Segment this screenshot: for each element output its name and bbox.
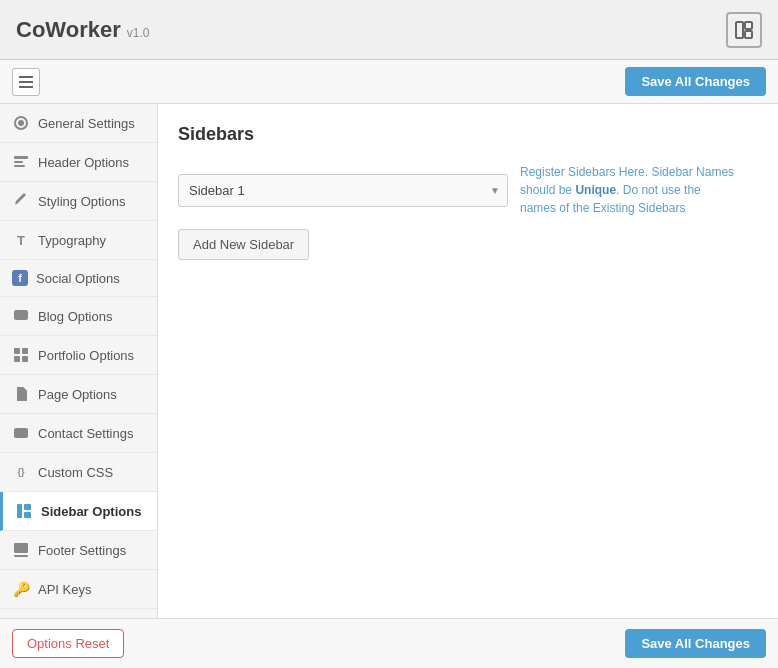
svg-rect-18 <box>14 543 28 553</box>
svg-rect-13 <box>22 356 28 362</box>
svg-rect-7 <box>14 161 23 163</box>
sidebar-item-portfolio-options[interactable]: Portfolio Options <box>0 336 157 375</box>
api-keys-icon: 🔑 <box>12 580 30 598</box>
sidebar-item-general-settings[interactable]: General Settings <box>0 104 157 143</box>
sidebar-select-wrapper: Sidebar 1 ▼ <box>178 174 508 207</box>
svg-rect-11 <box>22 348 28 354</box>
svg-rect-16 <box>24 504 31 510</box>
styling-options-icon <box>12 192 30 210</box>
contact-settings-icon <box>12 424 30 442</box>
sidebar-item-label-page-options: Page Options <box>38 387 145 402</box>
menu-toggle-button[interactable] <box>12 68 40 96</box>
sidebar-item-label-sidebar-options: Sidebar Options <box>41 504 145 519</box>
footer-settings-icon <box>12 541 30 559</box>
save-all-changes-button-top[interactable]: Save All Changes <box>625 67 766 96</box>
svg-rect-12 <box>14 356 20 362</box>
sidebar-select[interactable]: Sidebar 1 <box>178 174 508 207</box>
footer-bar: Options Reset Save All Changes <box>0 618 778 668</box>
help-text: Register Sidebars Here. Sidebar Names sh… <box>520 163 740 217</box>
social-options-icon: f <box>12 270 28 286</box>
sidebar-nav: General Settings Header Options Styling … <box>0 104 158 618</box>
svg-rect-17 <box>24 512 31 518</box>
svg-rect-4 <box>19 81 33 83</box>
svg-rect-1 <box>745 22 752 29</box>
sidebar-item-label-portfolio-options: Portfolio Options <box>38 348 145 363</box>
sidebar-item-social-options[interactable]: f Social Options <box>0 260 157 297</box>
page-options-icon <box>12 385 30 403</box>
sidebar-select-row: Sidebar 1 ▼ Register Sidebars Here. Side… <box>178 163 758 217</box>
sidebar-item-label-api-keys: API Keys <box>38 582 145 597</box>
options-reset-button[interactable]: Options Reset <box>12 629 124 658</box>
svg-rect-8 <box>14 165 25 167</box>
sidebar-item-label-contact-settings: Contact Settings <box>38 426 145 441</box>
sidebar-item-label-custom-css: Custom CSS <box>38 465 145 480</box>
sidebar-item-label-blog-options: Blog Options <box>38 309 145 324</box>
app-icon <box>726 12 762 48</box>
sidebar-item-label-typography: Typography <box>38 233 145 248</box>
svg-rect-3 <box>19 76 33 78</box>
svg-rect-5 <box>19 86 33 88</box>
typography-icon: T <box>12 231 30 249</box>
sidebar-item-api-keys[interactable]: 🔑 API Keys <box>0 570 157 609</box>
svg-rect-15 <box>17 504 22 518</box>
svg-rect-19 <box>14 555 28 557</box>
page-title: Sidebars <box>178 124 758 145</box>
custom-css-icon: {} <box>12 463 30 481</box>
sidebar-item-sidebar-options[interactable]: Sidebar Options <box>0 492 157 531</box>
svg-rect-10 <box>14 348 20 354</box>
portfolio-options-icon <box>12 346 30 364</box>
svg-rect-0 <box>736 22 743 38</box>
sidebar-item-header-options[interactable]: Header Options <box>0 143 157 182</box>
main-layout: General Settings Header Options Styling … <box>0 104 778 618</box>
add-new-sidebar-button[interactable]: Add New Sidebar <box>178 229 309 260</box>
sidebar-item-label-general-settings: General Settings <box>38 116 145 131</box>
app-version: v1.0 <box>127 26 150 40</box>
sidebar-item-backup-options[interactable]: Backup Options <box>0 609 157 618</box>
sidebar-options-icon <box>15 502 33 520</box>
sidebar-item-footer-settings[interactable]: Footer Settings <box>0 531 157 570</box>
app-name: CoWorker <box>16 17 121 42</box>
sidebar-item-page-options[interactable]: Page Options <box>0 375 157 414</box>
header-options-icon <box>12 153 30 171</box>
sidebar-item-contact-settings[interactable]: Contact Settings <box>0 414 157 453</box>
help-text-bold: Unique <box>575 183 616 197</box>
toolbar: Save All Changes <box>0 60 778 104</box>
sidebar-item-blog-options[interactable]: Blog Options <box>0 297 157 336</box>
sidebar-item-label-social-options: Social Options <box>36 271 145 286</box>
sidebar-item-label-styling-options: Styling Options <box>38 194 145 209</box>
blog-options-icon <box>12 307 30 325</box>
sidebar-item-typography[interactable]: T Typography <box>0 221 157 260</box>
svg-rect-9 <box>14 310 28 320</box>
sidebar-item-label-header-options: Header Options <box>38 155 145 170</box>
sidebar-item-label-footer-settings: Footer Settings <box>38 543 145 558</box>
svg-rect-2 <box>745 31 752 38</box>
general-settings-icon <box>12 114 30 132</box>
svg-rect-6 <box>14 156 28 159</box>
sidebar-item-styling-options[interactable]: Styling Options <box>0 182 157 221</box>
app-header: CoWorker v1.0 <box>0 0 778 60</box>
content-area: Sidebars Sidebar 1 ▼ Register Sidebars H… <box>158 104 778 618</box>
app-title: CoWorker v1.0 <box>16 17 150 43</box>
save-all-changes-button-bottom[interactable]: Save All Changes <box>625 629 766 658</box>
sidebar-item-custom-css[interactable]: {} Custom CSS <box>0 453 157 492</box>
